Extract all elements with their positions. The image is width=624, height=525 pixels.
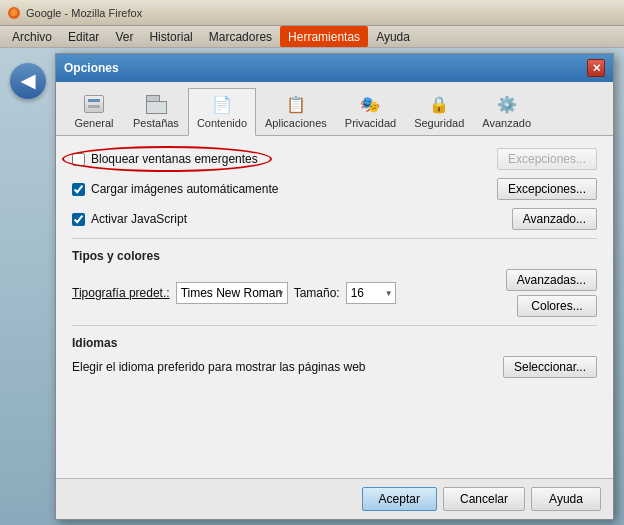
avanzado-icon-shape: ⚙️ — [497, 95, 517, 114]
contenido-icon-shape: 📄 — [212, 95, 232, 114]
tab-contenido[interactable]: 📄 Contenido — [188, 88, 256, 136]
load-images-row: Cargar imágenes automáticamente Excepcio… — [72, 178, 597, 200]
pestanas-icon-shape — [146, 95, 166, 113]
aplicaciones-icon-shape: 📋 — [286, 95, 306, 114]
font-select-wrapper: Times New Roman Arial Verdana Georgia Co… — [176, 282, 288, 304]
back-button[interactable]: ◀ — [10, 63, 46, 99]
idiomas-heading: Idiomas — [72, 336, 597, 350]
font-row: Tipografía predet.: Times New Roman Aria… — [72, 269, 597, 317]
colores-button[interactable]: Colores... — [517, 295, 597, 317]
menu-editar[interactable]: Editar — [60, 26, 107, 47]
tab-seguridad-label: Seguridad — [414, 117, 464, 129]
popup-excepciones-button[interactable]: Excepciones... — [497, 148, 597, 170]
divider-2 — [72, 325, 597, 326]
tab-contenido-label: Contenido — [197, 117, 247, 129]
titlebar: Google - Mozilla Firefox — [0, 0, 624, 26]
tab-pestanas-label: Pestañas — [133, 117, 179, 129]
tab-general[interactable]: General — [64, 88, 124, 135]
menu-herramientas[interactable]: Herramientas — [280, 26, 368, 47]
menu-marcadores[interactable]: Marcadores — [201, 26, 280, 47]
tab-seguridad[interactable]: 🔒 Seguridad — [405, 88, 473, 135]
popup-blocker-label[interactable]: Bloquear ventanas emergentes — [91, 152, 258, 166]
menu-ayuda[interactable]: Ayuda — [368, 26, 418, 47]
dialog-titlebar: Opciones ✕ — [56, 54, 613, 82]
tab-aplicaciones[interactable]: 📋 Aplicaciones — [256, 88, 336, 135]
popup-blocker-row: Bloquear ventanas emergentes Excepciones… — [72, 148, 597, 170]
general-icon-shape — [84, 95, 104, 113]
firefox-icon — [6, 5, 22, 21]
back-arrow-icon: ◀ — [21, 72, 35, 90]
size-select-wrapper: 10 12 14 16 18 20 24 — [346, 282, 396, 304]
idiomas-text: Elegir el idioma preferido para mostrar … — [72, 360, 491, 374]
aceptar-button[interactable]: Aceptar — [362, 487, 437, 511]
privacidad-icon-shape: 🎭 — [360, 95, 380, 114]
menu-archivo[interactable]: Archivo — [4, 26, 60, 47]
dialog-body: Bloquear ventanas emergentes Excepciones… — [56, 136, 613, 478]
tab-avanzado[interactable]: ⚙️ Avanzado — [473, 88, 540, 135]
load-images-checkbox[interactable] — [72, 183, 85, 196]
tipografia-label: Tipografía predet.: — [72, 286, 170, 300]
tab-avanzado-label: Avanzado — [482, 117, 531, 129]
tab-general-icon — [82, 93, 106, 115]
tab-contenido-icon: 📄 — [210, 93, 234, 115]
tab-pestanas[interactable]: Pestañas — [124, 88, 188, 135]
menu-historial[interactable]: Historial — [141, 26, 200, 47]
tab-privacidad[interactable]: 🎭 Privacidad — [336, 88, 405, 135]
tab-seguridad-icon: 🔒 — [427, 93, 451, 115]
popup-blocker-checkbox-wrapper: Bloquear ventanas emergentes — [72, 152, 258, 166]
seleccionar-button[interactable]: Seleccionar... — [503, 356, 597, 378]
menubar: Archivo Editar Ver Historial Marcadores … — [0, 26, 624, 48]
popup-blocker-checkbox[interactable] — [72, 153, 85, 166]
tipos-heading: Tipos y colores — [72, 249, 597, 263]
options-dialog: Opciones ✕ General Pestañas 📄 Co — [55, 53, 614, 520]
divider-1 — [72, 238, 597, 239]
browser-content: ◀ Opciones ✕ General Pestañas — [0, 48, 624, 525]
tab-privacidad-icon: 🎭 — [358, 93, 382, 115]
idiomas-row: Elegir el idioma preferido para mostrar … — [72, 356, 597, 378]
javascript-label[interactable]: Activar JavaScript — [91, 212, 187, 226]
cancelar-button[interactable]: Cancelar — [443, 487, 525, 511]
font-select[interactable]: Times New Roman Arial Verdana Georgia Co… — [176, 282, 288, 304]
avanzadas-button[interactable]: Avanzadas... — [506, 269, 597, 291]
tipos-buttons: Avanzadas... Colores... — [506, 269, 597, 317]
size-select[interactable]: 10 12 14 16 18 20 24 — [346, 282, 396, 304]
javascript-row: Activar JavaScript Avanzado... — [72, 208, 597, 230]
tabs-bar: General Pestañas 📄 Contenido 📋 Aplicacio… — [56, 82, 613, 136]
tab-aplicaciones-label: Aplicaciones — [265, 117, 327, 129]
seguridad-icon-shape: 🔒 — [429, 95, 449, 114]
ayuda-button[interactable]: Ayuda — [531, 487, 601, 511]
dialog-close-button[interactable]: ✕ — [587, 59, 605, 77]
menu-ver[interactable]: Ver — [107, 26, 141, 47]
images-excepciones-button[interactable]: Excepciones... — [497, 178, 597, 200]
tab-general-label: General — [74, 117, 113, 129]
javascript-checkbox-wrapper: Activar JavaScript — [72, 212, 187, 226]
titlebar-text: Google - Mozilla Firefox — [26, 7, 142, 19]
tab-aplicaciones-icon: 📋 — [284, 93, 308, 115]
tab-privacidad-label: Privacidad — [345, 117, 396, 129]
dialog-footer: Aceptar Cancelar Ayuda — [56, 478, 613, 519]
javascript-avanzado-button[interactable]: Avanzado... — [512, 208, 597, 230]
dialog-title: Opciones — [64, 61, 119, 75]
tab-avanzado-icon: ⚙️ — [495, 93, 519, 115]
tab-pestanas-icon — [144, 93, 168, 115]
tamano-label: Tamaño: — [294, 286, 340, 300]
javascript-checkbox[interactable] — [72, 213, 85, 226]
load-images-label[interactable]: Cargar imágenes automáticamente — [91, 182, 278, 196]
load-images-checkbox-wrapper: Cargar imágenes automáticamente — [72, 182, 278, 196]
popup-blocker-highlighted: Bloquear ventanas emergentes — [72, 152, 258, 166]
